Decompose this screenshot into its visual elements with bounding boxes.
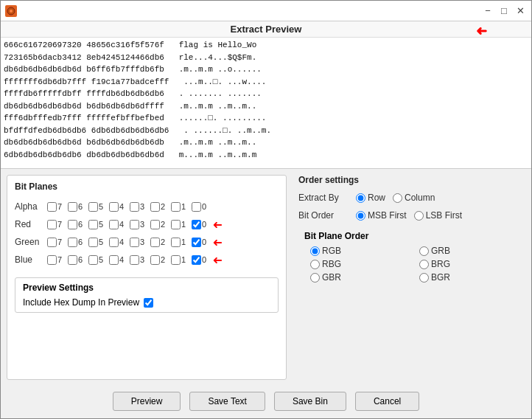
bit-checkbox-red-2[interactable] [150, 220, 160, 229]
bit-checkbox-alpha-5[interactable] [88, 202, 98, 212]
grb-radio[interactable] [419, 246, 429, 256]
maximize-button[interactable]: □ [497, 4, 511, 18]
bit-num-green-1: 1 [181, 238, 189, 246]
bit-item-green-0: 0➜ [192, 235, 223, 249]
include-hex-checkbox[interactable] [144, 298, 153, 308]
bit-checkbox-red-5[interactable] [88, 220, 98, 229]
bit-checkbox-alpha-1[interactable] [171, 202, 181, 212]
bit-item-red-7: 7 [47, 220, 65, 229]
bit-checkbox-red-7[interactable] [47, 220, 57, 229]
bit-item-blue-7: 7 [47, 255, 65, 265]
bit-checkbox-red-6[interactable] [68, 220, 77, 229]
bit-checkbox-alpha-2[interactable] [150, 202, 160, 212]
rgb-radio[interactable] [310, 246, 320, 256]
extract-by-row-radio[interactable] [356, 193, 365, 203]
bit-item-red-0: 0➜ [192, 218, 223, 232]
bit-checkbox-red-0[interactable] [192, 220, 201, 229]
save-bin-button[interactable]: Save Bin [274, 392, 346, 411]
bit-item-green-2: 2 [150, 238, 168, 247]
bit-checkbox-green-7[interactable] [47, 238, 57, 247]
bit-checkbox-green-0[interactable] [192, 238, 201, 247]
gbr-option[interactable]: GBR [310, 272, 413, 283]
bit-item-blue-0: 0➜ [192, 253, 223, 267]
bit-checkbox-blue-2[interactable] [150, 255, 160, 265]
bit-checkbox-green-5[interactable] [88, 238, 98, 247]
cancel-button[interactable]: Cancel [355, 392, 419, 411]
lsb-first-radio[interactable] [414, 211, 424, 221]
bit-item-blue-3: 3 [130, 255, 147, 265]
bit-checkbox-alpha-7[interactable] [47, 202, 57, 212]
msb-first-option[interactable]: MSB First [356, 210, 407, 221]
bit-num-red-1: 1 [181, 220, 189, 229]
rbg-option[interactable]: RBG [310, 259, 413, 269]
extract-by-col-option[interactable]: Column [393, 193, 435, 203]
bit-checkbox-green-2[interactable] [150, 238, 160, 247]
preview-content[interactable]: 666c616720697320 48656c316f5f576f flag i… [1, 38, 531, 168]
bit-checkbox-blue-7[interactable] [47, 255, 57, 265]
bit-order-row: Bit Order MSB First LSB First [298, 210, 522, 221]
brg-option[interactable]: BRG [419, 259, 522, 269]
extract-by-col-radio[interactable] [393, 193, 402, 203]
bit-item-red-2: 2 [150, 220, 168, 229]
bit-item-blue-2: 2 [150, 255, 168, 265]
bit-item-green-3: 3 [130, 238, 147, 247]
rbg-radio[interactable] [310, 260, 320, 269]
bit-checkbox-blue-5[interactable] [88, 255, 98, 265]
bit-num-alpha-2: 2 [161, 202, 168, 211]
bit-checkbox-alpha-4[interactable] [109, 202, 119, 212]
bit-item-red-4: 4 [109, 220, 127, 229]
bit-checkbox-green-4[interactable] [109, 238, 119, 247]
bit-item-red-5: 5 [88, 220, 106, 229]
gbr-radio[interactable] [310, 273, 320, 283]
brg-radio[interactable] [419, 260, 429, 269]
msb-first-radio[interactable] [356, 211, 365, 221]
minimize-button[interactable]: − [481, 4, 494, 18]
bit-checkbox-green-6[interactable] [68, 238, 77, 247]
extract-by-row-option[interactable]: Row [356, 193, 385, 203]
bit-item-red-6: 6 [68, 220, 85, 229]
bit-item-green-6: 6 [68, 238, 85, 247]
bit-num-red-4: 4 [119, 220, 127, 229]
bit-checkbox-blue-0[interactable] [192, 255, 201, 265]
rgb-option[interactable]: RGB [310, 246, 413, 256]
bit-row-label-red: Red [15, 219, 44, 229]
preview-line: db6db6db6db6db6d b6db6db6db6db6db .m..m.… [4, 136, 528, 149]
bit-checkbox-blue-1[interactable] [171, 255, 181, 265]
bit-checkbox-red-3[interactable] [130, 220, 139, 229]
bit-checkbox-green-3[interactable] [130, 238, 139, 247]
bit-num-green-7: 7 [57, 238, 65, 246]
bit-item-alpha-7: 7 [47, 202, 65, 212]
bit-num-red-6: 6 [78, 220, 85, 229]
bit-checkbox-blue-6[interactable] [68, 255, 77, 265]
bit-num-red-0: 0 [202, 220, 209, 229]
bit-row-alpha: Alpha76543210 [15, 198, 279, 215]
bit-row-blue: Blue76543210➜ [15, 251, 279, 269]
grb-option[interactable]: GRB [419, 246, 522, 256]
bgr-radio[interactable] [419, 273, 429, 283]
bgr-option[interactable]: BGR [419, 272, 522, 283]
bit-plane-order-title: Bit Plane Order [304, 231, 522, 241]
bit-checkbox-blue-3[interactable] [130, 255, 139, 265]
arrow-icon-blue: ➜ [213, 253, 223, 267]
bit-checkbox-green-1[interactable] [171, 238, 181, 247]
main-window: − □ ✕ Extract Preview ➜ 666c616720697320… [0, 0, 532, 419]
bit-checkbox-red-1[interactable] [171, 220, 181, 229]
bit-item-blue-4: 4 [109, 255, 127, 265]
bit-checkbox-alpha-0[interactable] [192, 202, 201, 212]
bit-plane-order-section: Bit Plane Order RGB GRB RBG BRG [298, 231, 522, 283]
preview-line: 6db6db6db6db6db6 db6db6db6db6db6d m...m.… [4, 149, 528, 162]
bit-checkbox-alpha-3[interactable] [130, 202, 139, 212]
preview-line: fff6dbfffedb7fff fffffefbffbefbed ......… [4, 112, 528, 125]
bit-num-alpha-7: 7 [57, 202, 65, 211]
bit-item-blue-1: 1 [171, 255, 189, 265]
lsb-first-option[interactable]: LSB First [414, 210, 462, 221]
arrow-icon-red: ➜ [213, 218, 223, 232]
bit-checkbox-alpha-6[interactable] [68, 202, 77, 212]
bit-order-group: MSB First LSB First [356, 210, 462, 221]
close-button[interactable]: ✕ [514, 4, 527, 18]
bit-checkbox-blue-4[interactable] [109, 255, 119, 265]
bit-item-blue-5: 5 [88, 255, 106, 265]
preview-button[interactable]: Preview [113, 392, 181, 411]
bit-checkbox-red-4[interactable] [109, 220, 119, 229]
save-text-button[interactable]: Save Text [189, 392, 265, 411]
